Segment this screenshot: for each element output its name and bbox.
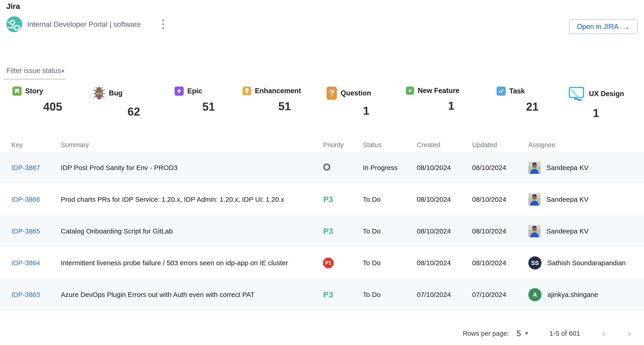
issue-status: To Do <box>363 227 417 235</box>
column-header-priority: Priority <box>323 141 363 149</box>
bug-count: 62 <box>93 105 174 118</box>
new-feature-icon: + <box>406 87 414 95</box>
chevron-down-icon: ▾ <box>62 68 64 74</box>
issue-summary: Prod charts PRs for IDP Service: 1.20.x,… <box>61 196 323 203</box>
counter-bug: </> Bug 62 <box>93 87 174 120</box>
avatar-initials: A <box>533 291 537 298</box>
issue-created: 08/10/2024 <box>417 164 472 172</box>
issue-summary: Azure DevOps Plugin Errors out with Auth… <box>61 291 323 299</box>
previous-page-button[interactable]: ‹ <box>602 328 606 339</box>
task-count: 21 <box>496 100 568 113</box>
filter-issue-status-dropdown[interactable]: Filter issue status▾ <box>4 65 66 79</box>
project-name: Internal Developer Portal | software <box>27 20 141 28</box>
issue-updated: 07/10/2024 <box>472 291 528 299</box>
avatar <box>528 225 540 237</box>
issue-created: 07/10/2024 <box>417 291 472 299</box>
enhancement-count: 51 <box>243 100 326 113</box>
next-page-button[interactable]: › <box>628 328 632 339</box>
counter-ux-design: UX Design 1 <box>568 87 624 120</box>
ux-design-icon <box>568 87 585 101</box>
issue-key-link[interactable]: IDP-3863 <box>11 291 40 298</box>
issue-updated: 08/10/2024 <box>472 164 528 172</box>
avatar <box>528 162 540 174</box>
counter-task: Task 21 <box>496 87 568 120</box>
widget-title: Jira <box>6 2 20 11</box>
issue-summary: IDP Post Prod Sanity for Env - PROD3 <box>61 164 323 172</box>
task-icon <box>496 87 506 96</box>
jira-widget: Jira Internal Developer Portal | softwar… <box>0 0 644 345</box>
arrow-right-icon: → <box>622 23 630 30</box>
table-row: IDP-3864 Intermittent liveness probe fai… <box>0 247 644 279</box>
column-header-updated: Updated <box>472 141 528 149</box>
counter-new-feature: + New Feature 1 <box>406 87 496 120</box>
svg-text:</>: </> <box>96 92 102 96</box>
project-logo-icon <box>6 16 22 32</box>
issue-summary: Intermittent liveness probe failure / 50… <box>61 259 323 267</box>
rows-per-page-label: Rows per page: <box>463 330 509 337</box>
new-feature-count: 1 <box>406 99 496 112</box>
assignee-name: Sandeepa KV <box>546 196 588 203</box>
issue-status: In Progress <box>363 164 417 172</box>
issue-status: To Do <box>363 259 417 267</box>
assignee-name: ajinkya.shingane <box>548 291 598 299</box>
question-icon: ? <box>326 87 337 100</box>
assignee-name: Sathish Soundarapandian <box>548 259 626 267</box>
filter-label: Filter issue status <box>6 67 61 75</box>
priority-none-icon <box>323 163 330 171</box>
rows-per-page-value: 5 <box>516 329 521 338</box>
enhancement-icon <box>243 87 251 95</box>
story-icon <box>12 87 22 96</box>
issue-created: 08/10/2024 <box>417 259 472 267</box>
open-in-jira-label: Open in JIRA <box>577 23 618 31</box>
issue-created: 08/10/2024 <box>417 227 472 235</box>
rows-per-page-select[interactable]: 5 ▼ <box>516 329 529 338</box>
counter-epic: Epic 51 <box>174 87 243 120</box>
priority-p1-badge: P1 <box>323 258 334 268</box>
story-count: 405 <box>12 100 93 113</box>
bug-icon: </> <box>93 87 105 100</box>
table-row: IDP-3865 Catalog Onboarding Script for G… <box>0 215 644 247</box>
issue-key-link[interactable]: IDP-3866 <box>11 196 40 203</box>
issue-updated: 08/10/2024 <box>472 196 528 203</box>
avatar: SS <box>528 256 542 270</box>
issue-updated: 08/10/2024 <box>472 227 528 235</box>
counter-question: ? Question 1 <box>326 87 406 120</box>
issue-type-counters: Story 405 </ <box>12 87 624 120</box>
column-header-key: Key <box>11 141 61 149</box>
column-header-summary: Summary <box>61 141 323 149</box>
pagination-range: 1-5 of 601 <box>550 330 580 337</box>
kebab-menu-icon[interactable] <box>160 17 166 31</box>
project-header: Internal Developer Portal | software <box>6 16 166 32</box>
priority-p3-badge: P3 <box>323 227 333 236</box>
assignee-name: Sandeepa KV <box>546 164 588 172</box>
chevron-down-icon: ▼ <box>524 331 529 337</box>
counter-enhancement: Enhancement 51 <box>243 87 326 120</box>
priority-p3-badge: P3 <box>323 195 333 204</box>
priority-p3-badge: P3 <box>323 290 333 299</box>
open-in-jira-button[interactable]: Open in JIRA → <box>569 19 638 34</box>
avatar <box>528 193 540 206</box>
issue-created: 08/10/2024 <box>417 196 472 203</box>
avatar: A <box>528 288 542 301</box>
ux-design-count: 1 <box>568 106 624 120</box>
assignee-name: Sandeepa KV <box>546 227 588 235</box>
epic-count: 51 <box>174 100 243 113</box>
counter-story: Story 405 <box>12 87 93 120</box>
question-count: 1 <box>326 104 406 117</box>
table-row: IDP-3863 Azure DevOps Plugin Errors out … <box>0 279 644 311</box>
table-row: IDP-3866 Prod charts PRs for IDP Service… <box>0 184 644 215</box>
column-header-assignee: Assignee <box>528 141 644 149</box>
table-row: IDP-3867 IDP Post Prod Sanity for Env - … <box>0 152 644 184</box>
issue-key-link[interactable]: IDP-3867 <box>11 164 40 171</box>
epic-icon <box>174 87 184 96</box>
pagination-bar: Rows per page: 5 ▼ 1-5 of 601 ‹ › <box>463 328 632 339</box>
table-header-row: Key Summary Priority Status Created Upda… <box>0 138 644 152</box>
avatar-initials: SS <box>531 260 539 267</box>
issue-status: To Do <box>363 291 417 299</box>
issue-key-link[interactable]: IDP-3864 <box>11 259 40 267</box>
column-header-created: Created <box>417 141 472 149</box>
issue-key-link[interactable]: IDP-3865 <box>11 227 40 235</box>
column-header-status: Status <box>363 141 417 149</box>
issues-table: Key Summary Priority Status Created Upda… <box>0 138 644 311</box>
issue-status: To Do <box>363 196 417 203</box>
